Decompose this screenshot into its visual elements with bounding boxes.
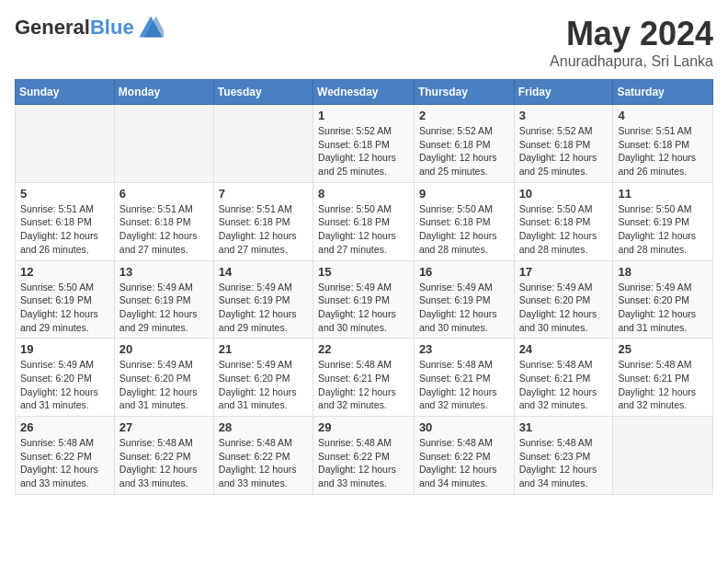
day-info: Sunrise: 5:50 AM Sunset: 6:18 PM Dayligh… (419, 202, 509, 257)
day-number: 4 (618, 109, 708, 122)
day-info: Sunrise: 5:48 AM Sunset: 6:21 PM Dayligh… (618, 358, 708, 412)
calendar-cell: 4Sunrise: 5:51 AM Sunset: 6:18 PM Daylig… (613, 105, 713, 183)
day-info: Sunrise: 5:52 AM Sunset: 6:18 PM Dayligh… (318, 124, 409, 178)
header-friday: Friday (514, 80, 613, 105)
calendar-cell: 14Sunrise: 5:49 AM Sunset: 6:19 PM Dayli… (213, 260, 313, 339)
calendar-cell (213, 105, 313, 183)
day-number: 31 (519, 420, 609, 434)
calendar-body: 1Sunrise: 5:52 AM Sunset: 6:18 PM Daylig… (16, 105, 713, 495)
day-info: Sunrise: 5:51 AM Sunset: 6:18 PM Dayligh… (20, 202, 109, 257)
day-info: Sunrise: 5:52 AM Sunset: 6:18 PM Dayligh… (519, 124, 609, 178)
week-row-1: 1Sunrise: 5:52 AM Sunset: 6:18 PM Daylig… (16, 105, 713, 183)
day-info: Sunrise: 5:49 AM Sunset: 6:20 PM Dayligh… (119, 358, 209, 412)
day-info: Sunrise: 5:48 AM Sunset: 6:22 PM Dayligh… (219, 436, 308, 490)
day-info: Sunrise: 5:48 AM Sunset: 6:22 PM Dayligh… (20, 436, 109, 490)
day-info: Sunrise: 5:50 AM Sunset: 6:19 PM Dayligh… (618, 202, 708, 257)
calendar-cell: 1Sunrise: 5:52 AM Sunset: 6:18 PM Daylig… (313, 105, 415, 183)
day-number: 20 (119, 342, 209, 356)
calendar-cell: 26Sunrise: 5:48 AM Sunset: 6:22 PM Dayli… (16, 417, 115, 495)
day-number: 13 (119, 265, 209, 279)
header-saturday: Saturday (613, 80, 713, 105)
day-info: Sunrise: 5:49 AM Sunset: 6:19 PM Dayligh… (318, 281, 409, 335)
logo-general: GeneralBlue (15, 16, 134, 40)
header-sunday: Sunday (16, 80, 115, 105)
week-row-3: 12Sunrise: 5:50 AM Sunset: 6:19 PM Dayli… (16, 260, 713, 339)
day-info: Sunrise: 5:48 AM Sunset: 6:21 PM Dayligh… (519, 358, 609, 412)
day-number: 16 (419, 265, 509, 279)
day-info: Sunrise: 5:51 AM Sunset: 6:18 PM Dayligh… (618, 124, 708, 178)
day-info: Sunrise: 5:49 AM Sunset: 6:20 PM Dayligh… (20, 358, 109, 412)
calendar-cell (114, 105, 213, 183)
calendar-cell: 27Sunrise: 5:48 AM Sunset: 6:22 PM Dayli… (114, 417, 213, 495)
day-number: 12 (20, 265, 109, 279)
calendar-cell: 20Sunrise: 5:49 AM Sunset: 6:20 PM Dayli… (114, 339, 213, 417)
day-number: 29 (318, 420, 409, 434)
header-wednesday: Wednesday (313, 80, 415, 105)
calendar-cell: 22Sunrise: 5:48 AM Sunset: 6:21 PM Dayli… (313, 339, 415, 417)
day-number: 9 (419, 187, 509, 201)
day-info: Sunrise: 5:48 AM Sunset: 6:22 PM Dayligh… (419, 436, 509, 490)
day-number: 24 (519, 342, 609, 356)
calendar-cell (16, 105, 115, 183)
day-number: 7 (219, 187, 308, 201)
month-title: May 2024 (550, 15, 713, 53)
day-info: Sunrise: 5:52 AM Sunset: 6:18 PM Dayligh… (419, 124, 509, 178)
day-number: 21 (219, 342, 308, 356)
calendar-cell: 7Sunrise: 5:51 AM Sunset: 6:18 PM Daylig… (213, 182, 313, 260)
day-number: 25 (618, 342, 708, 356)
calendar-cell: 17Sunrise: 5:49 AM Sunset: 6:20 PM Dayli… (514, 260, 613, 339)
day-info: Sunrise: 5:48 AM Sunset: 6:21 PM Dayligh… (419, 358, 509, 412)
day-number: 2 (419, 109, 509, 122)
calendar-cell: 25Sunrise: 5:48 AM Sunset: 6:21 PM Dayli… (613, 339, 713, 417)
calendar-cell: 12Sunrise: 5:50 AM Sunset: 6:19 PM Dayli… (16, 260, 115, 339)
logo: GeneralBlue (15, 15, 164, 40)
day-info: Sunrise: 5:49 AM Sunset: 6:20 PM Dayligh… (219, 358, 308, 412)
day-number: 30 (419, 420, 509, 434)
day-number: 26 (20, 420, 109, 434)
calendar-cell: 21Sunrise: 5:49 AM Sunset: 6:20 PM Dayli… (213, 339, 313, 417)
header-thursday: Thursday (414, 80, 514, 105)
day-number: 19 (20, 342, 109, 356)
calendar-cell: 24Sunrise: 5:48 AM Sunset: 6:21 PM Dayli… (514, 339, 613, 417)
calendar-cell: 29Sunrise: 5:48 AM Sunset: 6:22 PM Dayli… (313, 417, 415, 495)
title-area: May 2024 Anuradhapura, Sri Lanka (550, 15, 713, 70)
calendar-cell: 5Sunrise: 5:51 AM Sunset: 6:18 PM Daylig… (16, 182, 115, 260)
day-info: Sunrise: 5:49 AM Sunset: 6:19 PM Dayligh… (419, 281, 509, 335)
week-row-5: 26Sunrise: 5:48 AM Sunset: 6:22 PM Dayli… (16, 417, 713, 495)
day-info: Sunrise: 5:48 AM Sunset: 6:21 PM Dayligh… (318, 358, 409, 412)
day-number: 1 (318, 109, 409, 122)
day-number: 18 (618, 265, 708, 279)
calendar-cell: 23Sunrise: 5:48 AM Sunset: 6:21 PM Dayli… (414, 339, 514, 417)
day-info: Sunrise: 5:49 AM Sunset: 6:19 PM Dayligh… (119, 281, 209, 335)
day-info: Sunrise: 5:48 AM Sunset: 6:23 PM Dayligh… (519, 436, 609, 490)
day-number: 23 (419, 342, 509, 356)
calendar-header: SundayMondayTuesdayWednesdayThursdayFrid… (16, 80, 713, 105)
calendar-cell: 30Sunrise: 5:48 AM Sunset: 6:22 PM Dayli… (414, 417, 514, 495)
calendar-cell: 18Sunrise: 5:49 AM Sunset: 6:20 PM Dayli… (613, 260, 713, 339)
calendar-cell: 6Sunrise: 5:51 AM Sunset: 6:18 PM Daylig… (114, 182, 213, 260)
calendar-cell: 31Sunrise: 5:48 AM Sunset: 6:23 PM Dayli… (514, 417, 613, 495)
day-info: Sunrise: 5:49 AM Sunset: 6:20 PM Dayligh… (519, 281, 609, 335)
day-number: 10 (519, 187, 609, 201)
day-number: 5 (20, 187, 109, 201)
calendar-cell: 9Sunrise: 5:50 AM Sunset: 6:18 PM Daylig… (414, 182, 514, 260)
day-info: Sunrise: 5:50 AM Sunset: 6:18 PM Dayligh… (318, 202, 409, 257)
location: Anuradhapura, Sri Lanka (550, 53, 713, 70)
day-number: 8 (318, 187, 409, 201)
day-number: 17 (519, 265, 609, 279)
calendar-cell: 16Sunrise: 5:49 AM Sunset: 6:19 PM Dayli… (414, 260, 514, 339)
day-number: 6 (119, 187, 209, 201)
day-number: 15 (318, 265, 409, 279)
calendar-cell: 15Sunrise: 5:49 AM Sunset: 6:19 PM Dayli… (313, 260, 415, 339)
calendar-cell: 11Sunrise: 5:50 AM Sunset: 6:19 PM Dayli… (613, 182, 713, 260)
day-info: Sunrise: 5:50 AM Sunset: 6:19 PM Dayligh… (20, 281, 109, 335)
header-monday: Monday (114, 80, 213, 105)
day-info: Sunrise: 5:51 AM Sunset: 6:18 PM Dayligh… (119, 202, 209, 257)
calendar-cell: 10Sunrise: 5:50 AM Sunset: 6:18 PM Dayli… (514, 182, 613, 260)
calendar-cell: 8Sunrise: 5:50 AM Sunset: 6:18 PM Daylig… (313, 182, 415, 260)
day-info: Sunrise: 5:48 AM Sunset: 6:22 PM Dayligh… (119, 436, 209, 490)
page-header: GeneralBlue May 2024 Anuradhapura, Sri L… (15, 15, 713, 70)
logo-icon (138, 15, 164, 40)
week-row-2: 5Sunrise: 5:51 AM Sunset: 6:18 PM Daylig… (16, 182, 713, 260)
week-row-4: 19Sunrise: 5:49 AM Sunset: 6:20 PM Dayli… (16, 339, 713, 417)
